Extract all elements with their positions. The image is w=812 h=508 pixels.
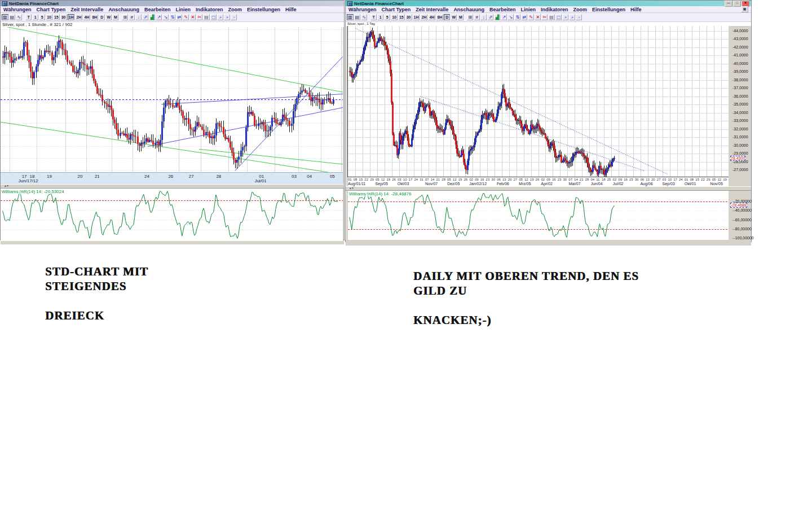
zoom-reset-icon[interactable]: ⌕	[231, 14, 237, 20]
menu-item-indikatoren[interactable]: Indikatoren	[196, 7, 223, 12]
williams-panel-left[interactable]: Williams %R(14) 14: -20,53024	[1, 189, 343, 241]
interval-button-2h[interactable]: 2H	[75, 14, 82, 20]
interval-button-m[interactable]: M	[112, 14, 118, 20]
interval-button-1h[interactable]: 1H	[68, 14, 75, 20]
interval-button-1[interactable]: 1	[377, 14, 383, 20]
menu-item-einstellungen[interactable]: Einstellungen	[592, 7, 625, 12]
interval-button-m[interactable]: M	[457, 14, 464, 20]
zoom-in-icon[interactable]: ⌕	[217, 14, 223, 20]
menu-item-bearbeiten[interactable]: Bearbeiten	[489, 7, 516, 12]
menu-item-linien[interactable]: Linien	[175, 7, 191, 12]
menu-item-einstellungen[interactable]: Einstellungen	[247, 7, 280, 12]
delete-line-icon[interactable]: ✕	[535, 14, 541, 20]
edit-line-icon[interactable]: ✎	[183, 14, 189, 20]
interval-button-30[interactable]: 30	[60, 14, 67, 20]
volume-icon[interactable]: ▟	[149, 14, 155, 20]
volume-icon[interactable]: ▟	[494, 14, 500, 20]
interval-button-15[interactable]: 15	[398, 14, 405, 20]
menu-item-chart-typen[interactable]: Chart Typen	[382, 7, 411, 12]
crosshair-icon[interactable]: ⊞	[122, 14, 128, 20]
zoom-out-icon[interactable]: ⌕	[569, 14, 575, 20]
interval-button-t[interactable]: T	[370, 14, 377, 20]
menu-corner-button[interactable]: ▣	[741, 6, 748, 12]
interval-button-w[interactable]: W	[451, 14, 457, 20]
zoom-reset-icon[interactable]: ⌕	[576, 14, 582, 20]
menu-item-währungen[interactable]: Währungen	[3, 7, 32, 12]
grid-icon[interactable]: #	[129, 14, 135, 20]
menu-item-anschauung[interactable]: Anschauung	[453, 7, 484, 12]
page-icon[interactable]: ▢	[555, 14, 562, 20]
chart-candlestick-icon[interactable]: ▥	[2, 14, 8, 20]
delete-line-icon[interactable]: ✕	[189, 14, 196, 20]
cursor-icon[interactable]: ↓	[480, 14, 487, 20]
interval-button-t[interactable]: T	[25, 14, 32, 20]
delete-all-icon[interactable]: ✂	[196, 14, 202, 20]
panel-splitter-left[interactable]: ▲▼	[1, 184, 344, 189]
chart-bar-icon[interactable]: ▤	[354, 14, 361, 20]
crosshair-icon[interactable]: ⊞	[467, 14, 473, 20]
price-chart-left[interactable]	[1, 27, 343, 172]
chart-candlestick-icon[interactable]: ▥	[347, 14, 354, 20]
menu-item-zeit-intervalle[interactable]: Zeit Intervalle	[416, 7, 448, 12]
interval-button-d[interactable]: D	[444, 14, 450, 20]
menu-item-anschauung[interactable]: Anschauung	[108, 7, 139, 12]
trendline-up-icon[interactable]: ↗	[501, 14, 507, 20]
titlebar-left[interactable]: NetDania FinanceChart	[1, 1, 344, 6]
interval-button-5[interactable]: 5	[39, 14, 45, 20]
interval-button-10[interactable]: 10	[46, 14, 52, 20]
menu-item-währungen[interactable]: Währungen	[348, 7, 377, 12]
grid-icon[interactable]: #	[474, 14, 480, 20]
print-icon[interactable]: ▤	[548, 14, 555, 20]
interval-button-4h[interactable]: 4H	[83, 14, 90, 20]
annotate-icon[interactable]: ⇗	[487, 14, 493, 20]
interval-button-15[interactable]: 15	[53, 14, 60, 20]
delete-all-icon[interactable]: ✂	[541, 14, 548, 20]
menu-item-chart-typen[interactable]: Chart Typen	[37, 7, 66, 12]
print-icon[interactable]: ▤	[203, 14, 210, 20]
zoom-in-icon[interactable]: ⌕	[562, 14, 568, 20]
interval-button-2h[interactable]: 2H	[420, 14, 427, 20]
menu-item-linien[interactable]: Linien	[520, 7, 536, 12]
minimize-button[interactable]: —	[725, 1, 732, 7]
zoom-out-icon[interactable]: ⌕	[224, 14, 230, 20]
interval-button-w[interactable]: W	[105, 14, 112, 20]
trendline-ch-icon[interactable]: ⇄	[521, 14, 527, 20]
interval-button-1h[interactable]: 1H	[413, 14, 420, 20]
menu-item-hilfe[interactable]: Hilfe	[630, 7, 642, 12]
interval-button-30[interactable]: 30	[405, 14, 412, 20]
interval-button-8h[interactable]: 8H	[436, 14, 443, 20]
page-icon[interactable]: ▢	[210, 14, 217, 20]
williams-panel-right[interactable]: Williams %R(14) 14: -28,46876	[348, 191, 729, 240]
cursor-icon[interactable]: ↓	[135, 14, 142, 20]
titlebar-right[interactable]: NetDania FinanceChart —□✕	[346, 1, 751, 6]
trendline-vh-icon[interactable]: ⇅	[514, 14, 520, 20]
chart-line-icon[interactable]: ∿	[361, 14, 367, 20]
maximize-button[interactable]: □	[733, 1, 741, 7]
trendline-down-icon[interactable]: ↘	[508, 14, 514, 20]
trendline-down-icon[interactable]: ↘	[162, 14, 169, 20]
panel-splitter-right[interactable]: ▲▼	[346, 186, 751, 191]
trendline-vh-icon[interactable]: ⇅	[169, 14, 175, 20]
interval-button-4h[interactable]: 4H	[428, 14, 435, 20]
menu-item-indikatoren[interactable]: Indikatoren	[541, 7, 568, 12]
annotate-icon[interactable]: ⇗	[142, 14, 148, 20]
close-button[interactable]: ✕	[742, 1, 749, 7]
interval-button-1[interactable]: 1	[32, 14, 38, 20]
interval-button-5[interactable]: 5	[384, 14, 390, 20]
menu-item-bearbeiten[interactable]: Bearbeiten	[144, 7, 171, 12]
menu-item-zoom[interactable]: Zoom	[573, 7, 587, 12]
interval-button-10[interactable]: 10	[391, 14, 398, 20]
edit-line-icon[interactable]: ✎	[528, 14, 534, 20]
splitter-handle-icon[interactable]: ▲▼	[4, 184, 8, 187]
price-chart-right[interactable]	[347, 26, 729, 177]
trendline-up-icon[interactable]: ↗	[156, 14, 162, 20]
menu-item-hilfe[interactable]: Hilfe	[285, 7, 297, 12]
chart-bar-icon[interactable]: ▤	[9, 14, 16, 20]
chart-line-icon[interactable]: ∿	[16, 14, 22, 20]
interval-button-8h[interactable]: 8H	[91, 14, 98, 20]
interval-button-d[interactable]: D	[99, 14, 105, 20]
splitter-handle-icon[interactable]: ▲▼	[349, 186, 354, 190]
menu-item-zeit-intervalle[interactable]: Zeit Intervalle	[70, 7, 103, 12]
trendline-ch-icon[interactable]: ⇄	[176, 14, 182, 20]
menu-item-zoom[interactable]: Zoom	[228, 7, 242, 12]
